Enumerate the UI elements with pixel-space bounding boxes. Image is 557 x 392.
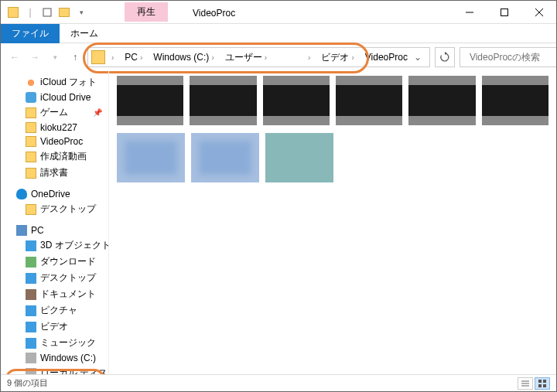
icloud-photos-icon (26, 77, 36, 88)
sidebar-item-label: ビデオ (40, 320, 68, 333)
back-button[interactable]: ← (5, 48, 24, 66)
file-thumbnail[interactable] (336, 76, 402, 125)
maximize-button[interactable] (487, 1, 521, 24)
navigation-pane[interactable]: iCloud フォト iCloud Drive ゲーム📌 kioku227 Vi… (1, 71, 109, 374)
tab-file[interactable]: ファイル (1, 24, 60, 43)
view-switcher (518, 377, 550, 390)
refresh-icon (439, 52, 450, 63)
nav-arrows: ← → ▾ ↑ (5, 48, 84, 66)
pc-icon (16, 225, 27, 236)
refresh-button[interactable] (435, 47, 455, 67)
breadcrumb-item[interactable]: Windows (C:)› (149, 50, 218, 64)
qat-separator: | (24, 6, 36, 19)
breadcrumb-item[interactable]: ビデオ› (316, 49, 358, 66)
sidebar-item-label: デスクトップ (40, 271, 96, 285)
svg-rect-13 (543, 384, 546, 387)
sidebar-item-invoice[interactable]: 請求書 (1, 165, 108, 181)
close-button[interactable] (521, 1, 556, 24)
file-thumbnail[interactable] (263, 76, 330, 125)
obj3d-icon (26, 240, 36, 251)
breadcrumb-item[interactable]: VideoProc (361, 50, 412, 64)
context-tab-play[interactable]: 再生 (125, 2, 168, 22)
file-thumbnail[interactable] (117, 76, 183, 125)
search-box[interactable] (460, 47, 557, 67)
breadcrumb-sep[interactable]: › (107, 52, 118, 63)
sidebar-item-label: iCloud フォト (40, 76, 97, 89)
ribbon-tabs: ファイル ホーム ビデオツール (1, 24, 556, 43)
breadcrumb-item[interactable]: PC› (120, 50, 147, 64)
search-input[interactable] (470, 52, 557, 63)
thumbnail-view-button[interactable] (535, 377, 550, 390)
quick-access-toolbar: | ▾ (1, 6, 94, 19)
window-title: VideoProc (183, 5, 244, 22)
file-thumbnail[interactable] (117, 133, 185, 182)
file-thumbnail[interactable] (191, 133, 259, 182)
content-pane[interactable] (109, 71, 556, 374)
sidebar-item-label: デスクトップ (40, 203, 96, 216)
folder-icon (26, 168, 36, 179)
sidebar-item-label: 作成済動画 (40, 150, 87, 163)
recent-dropdown[interactable]: ▾ (46, 48, 64, 66)
title-tab-area: 再生 VideoProc (125, 2, 244, 22)
forward-button[interactable]: → (26, 48, 44, 66)
sidebar-item-label: VideoProc (40, 136, 83, 147)
sidebar-item-local-e[interactable]: ローカル ディスク (E:) (1, 365, 108, 374)
file-thumbnail[interactable] (408, 76, 475, 125)
folder-icon (26, 122, 36, 133)
sidebar-item-label: ゲーム (40, 106, 68, 119)
sidebar-item-desktop[interactable]: デスクトップ (1, 270, 108, 286)
sidebar-item-3dobjects[interactable]: 3D オブジェクト (1, 237, 108, 254)
pin-icon: 📌 (93, 108, 102, 117)
sidebar-item-downloads[interactable]: ダウンロード (1, 254, 108, 270)
breadcrumb-item[interactable]: ユーザー› (220, 49, 272, 66)
folder-icon (91, 50, 105, 64)
svg-rect-12 (538, 384, 542, 387)
properties-icon[interactable] (41, 6, 53, 19)
sidebar-item-label: ダウンロード (40, 255, 96, 268)
tab-home[interactable]: ホーム (60, 24, 109, 43)
sidebar-item-music[interactable]: ミュージック (1, 335, 108, 351)
sidebar-item-label: PC (31, 225, 44, 236)
qat-dropdown-icon[interactable]: ▾ (75, 6, 87, 19)
sidebar-item-videoproc[interactable]: VideoProc (1, 135, 108, 148)
sidebar-item-games[interactable]: ゲーム📌 (1, 104, 108, 121)
sidebar-item-icloud-photos[interactable]: iCloud フォト (1, 74, 108, 90)
picture-icon (26, 305, 36, 316)
document-icon (26, 289, 36, 300)
titlebar: | ▾ 再生 VideoProc (1, 1, 556, 24)
file-thumbnail[interactable] (482, 76, 548, 125)
sidebar-item-pc[interactable]: PC (1, 223, 108, 237)
sidebar-item-label: ローカル ディスク (E:) (40, 366, 109, 374)
address-bar[interactable]: › PC› Windows (C:)› ユーザー› › ビデオ› VideoPr… (87, 47, 430, 67)
address-dropdown[interactable]: ⌄ (414, 52, 426, 63)
sidebar-item-label: 3D オブジェクト (40, 239, 109, 252)
sidebar-item-videos[interactable]: ビデオ (1, 319, 108, 335)
sidebar-item-pictures[interactable]: ピクチャ (1, 302, 108, 319)
file-thumbnail[interactable] (265, 133, 333, 182)
navigation-row: ← → ▾ ↑ › PC› Windows (C:)› ユーザー› › ビデオ›… (1, 43, 556, 71)
sidebar-item-label: Windows (C:) (40, 353, 96, 363)
file-thumbnail[interactable] (190, 76, 256, 125)
folder-open-icon[interactable] (58, 6, 70, 19)
download-icon (26, 257, 36, 268)
folder-icon (26, 152, 36, 162)
sidebar-item-documents[interactable]: ドキュメント (1, 286, 108, 302)
sidebar-item-windows-c[interactable]: Windows (C:) (1, 351, 108, 365)
sidebar-item-kioku227[interactable]: kioku227 (1, 121, 108, 135)
up-button[interactable]: ↑ (66, 48, 84, 66)
sidebar-item-od-desktop[interactable]: デスクトップ (1, 201, 108, 217)
sidebar-item-icloud-drive[interactable]: iCloud Drive (1, 90, 108, 104)
sidebar-item-label: iCloud Drive (40, 92, 91, 103)
sidebar-item-created-videos[interactable]: 作成済動画 (1, 148, 108, 165)
svg-rect-0 (43, 9, 51, 16)
sidebar-item-onedrive[interactable]: OneDrive (1, 187, 108, 201)
folder-icon (7, 6, 19, 19)
breadcrumb-item[interactable]: › (273, 49, 315, 66)
details-view-button[interactable] (518, 377, 533, 390)
minimize-button[interactable] (452, 1, 487, 24)
window-controls (452, 1, 556, 24)
drive-icon (26, 368, 36, 375)
music-icon (26, 338, 36, 349)
sidebar-item-label: ピクチャ (40, 304, 77, 317)
thumbnail-row (117, 133, 548, 182)
